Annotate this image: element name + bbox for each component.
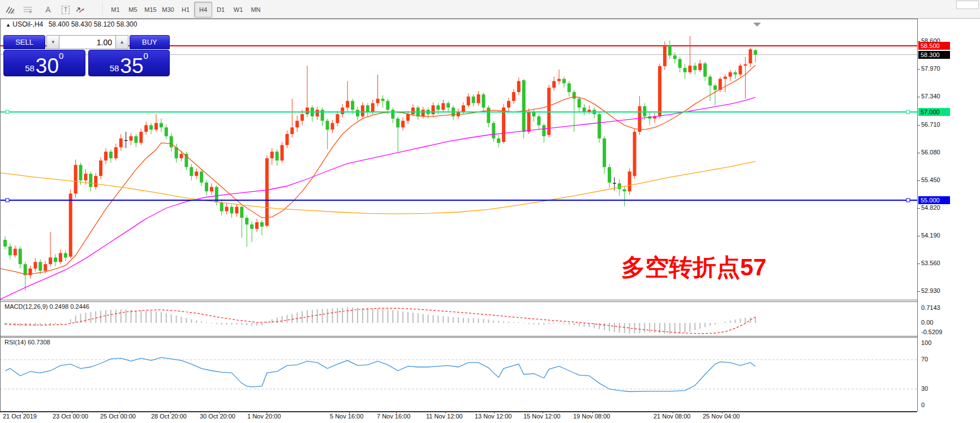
axis-border — [0, 411, 917, 412]
macd-signal-line — [5, 308, 755, 334]
window-corner-fragment — [956, 1, 979, 9]
price-tick — [917, 264, 920, 264]
panel-border[interactable] — [0, 300, 917, 300]
sell-price-pips: 30 — [36, 57, 59, 75]
chart-right-border — [917, 19, 918, 411]
timeframe-button-m5[interactable]: M5 — [124, 2, 142, 18]
buy-price-point: 0 — [144, 51, 148, 60]
date-label: 5 Nov 16:00 — [330, 413, 363, 420]
price-tick-label: 53.560 — [921, 260, 940, 266]
panel-border — [0, 19, 917, 19]
timeframe-button-m1[interactable]: M1 — [106, 2, 124, 18]
price-tick-label: 57.970 — [921, 65, 940, 72]
price-tick — [917, 208, 920, 209]
timeframe-button-m15[interactable]: M15 — [141, 2, 160, 18]
chart-e-icon[interactable]: E — [5, 2, 22, 18]
date-label: 23 Oct 00:00 — [53, 413, 88, 420]
price-badge-57.000: 57.000 — [918, 108, 950, 116]
indicator-axis-label: -0.5209 — [921, 329, 942, 335]
timeframe-button-d1[interactable]: D1 — [212, 2, 230, 18]
trading-terminal-window: EFAT▾ M1M5M15M30H1H4D1W1MN 多空转折点57 ▲ USO… — [0, 0, 980, 423]
arrows-icon[interactable]: ▾ — [75, 2, 92, 18]
buy-price-handle: 58 — [110, 64, 119, 72]
rsi-label: RSI(14) 60.7308 — [5, 339, 50, 346]
indicator-axis-label: 0.00 — [921, 319, 933, 326]
price-badge-58.500: 58.500 — [918, 42, 950, 50]
chinese-annotation: 多空转折点57 — [621, 254, 767, 280]
quote-header: ▲ USOil-,H4 58.400 58.430 58.120 58.300 — [6, 20, 137, 28]
collapse-triangle-icon[interactable]: ▲ — [6, 22, 11, 28]
sell-price-handle: 58 — [25, 64, 35, 72]
chart-shift-marker-icon — [753, 23, 761, 27]
date-label: 13 Nov 12:00 — [475, 413, 512, 420]
price-tick-label: 57.340 — [921, 93, 940, 100]
timeframe-button-m30[interactable]: M30 — [159, 2, 177, 18]
panel-border — [0, 301, 917, 302]
indicator-axis-label: 30 — [921, 385, 928, 392]
date-label: 21 Oct 2019 — [3, 413, 37, 420]
date-label: 28 Oct 20:00 — [151, 413, 187, 420]
timeframe-button-mn[interactable]: MN — [247, 2, 265, 18]
rsi-line — [5, 357, 755, 391]
symbol-period-label: USOil-,H4 — [12, 20, 43, 28]
price-tick-label: 55.450 — [921, 176, 940, 183]
indicator-axis-label: 70 — [921, 356, 928, 362]
buy-button[interactable]: BUY — [130, 35, 170, 49]
indicator-axis-label: 0 — [921, 402, 925, 408]
indicator-axis-label: 100 — [921, 339, 931, 346]
one-click-trade-panel: SELL ▼ ▲ BUY 58 30 0 58 35 0 — [3, 35, 170, 76]
price-tick — [917, 97, 920, 97]
date-label: 11 Nov 12:00 — [426, 413, 463, 420]
timeframe-button-h4[interactable]: H4 — [194, 2, 212, 18]
toolbar: EFAT▾ M1M5M15M30H1H4D1W1MN — [0, 0, 980, 19]
label-a-icon[interactable]: A — [40, 2, 57, 18]
grid-f-icon[interactable]: F — [22, 2, 39, 18]
price-tick — [917, 69, 920, 70]
price-tick-label: 54.190 — [921, 232, 940, 239]
panel-border — [0, 337, 917, 338]
timeframe-button-w1[interactable]: W1 — [229, 2, 247, 18]
sell-price-tile[interactable]: 58 30 0 — [3, 50, 85, 76]
macd-label: MACD(12,26,9) 0.2498 0.2446 — [5, 303, 89, 310]
ma_slow-line — [0, 161, 755, 214]
sell-button[interactable]: SELL — [3, 35, 45, 49]
hline-handle — [906, 110, 910, 114]
buy-price-tile[interactable]: 58 35 0 — [88, 50, 170, 76]
panel-border[interactable] — [0, 336, 917, 336]
ohlc-values: 58.400 58.430 58.120 58.300 — [49, 20, 137, 28]
date-label: 25 Oct 00:00 — [100, 413, 136, 420]
date-label: 7 Nov 16:00 — [377, 413, 410, 420]
indicator-axis-label: 0.7143 — [921, 304, 940, 311]
date-label: 1 Nov 20:00 — [247, 413, 281, 420]
date-label: 30 Oct 20:00 — [200, 413, 235, 420]
price-tick-label: 52.930 — [921, 287, 940, 294]
toolbar-separator — [102, 2, 104, 16]
hline-handle — [6, 110, 9, 114]
price-badge-55.000: 55.000 — [918, 196, 950, 204]
date-label: 25 Nov 04:00 — [703, 413, 740, 420]
timeframe-button-h1[interactable]: H1 — [177, 2, 195, 18]
price-badge-58.300: 58.300 — [918, 51, 950, 59]
price-tick-label: 54.820 — [921, 204, 940, 211]
price-tick — [917, 180, 920, 181]
volume-increase-button[interactable]: ▲ — [115, 35, 128, 49]
price-tick — [917, 236, 920, 236]
date-label: 19 Nov 08:00 — [573, 413, 610, 420]
hline-handle — [6, 198, 9, 202]
chart-left-border — [0, 19, 1, 411]
rsi-panel[interactable] — [0, 338, 917, 411]
price-tick — [917, 291, 920, 292]
price-tick — [917, 125, 920, 126]
hline-handle — [906, 198, 910, 202]
volume-decrease-button[interactable]: ▼ — [46, 35, 59, 49]
price-tick-label: 56.080 — [921, 149, 940, 156]
price-tick — [917, 153, 920, 153]
sell-price-point: 0 — [59, 51, 63, 60]
date-label: 15 Nov 12:00 — [523, 413, 560, 420]
date-label: 21 Nov 08:00 — [654, 413, 690, 420]
macd-panel[interactable] — [0, 302, 917, 336]
textbox-t-icon[interactable]: T — [57, 2, 74, 18]
buy-price-pips: 35 — [120, 57, 143, 75]
price-tick-label: 56.710 — [921, 121, 940, 128]
volume-input[interactable] — [59, 35, 115, 49]
